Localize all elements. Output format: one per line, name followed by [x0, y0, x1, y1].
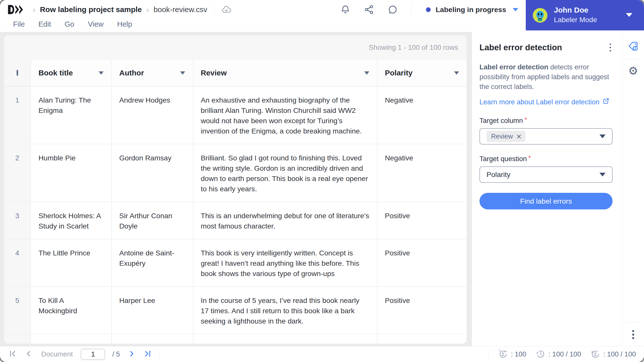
target-column-select[interactable]: Review — [479, 128, 613, 145]
column-header-book-title[interactable]: Book title — [38, 69, 104, 77]
chip-remove-icon[interactable] — [516, 133, 522, 140]
document-pager: Document / 5 — [8, 349, 159, 360]
table-row[interactable]: 3 Sherlock Holmes: A Study in Scarlet Si… — [4, 202, 467, 239]
breadcrumb-file[interactable]: book-review.csv — [153, 5, 207, 14]
table-row[interactable]: 6 The Remains of The Kazuo Ishiguro This… — [4, 334, 467, 344]
learn-more-link[interactable]: Learn more about Label error detection — [479, 98, 613, 106]
table-row[interactable]: 2 Humble Pie Gordon Ramsay Brilliant. So… — [4, 144, 467, 202]
settings-gear-icon[interactable]: ⚙ — [628, 65, 638, 76]
page-number-input[interactable] — [81, 349, 105, 360]
user-panel[interactable]: John Doe Labeler Mode — [526, 0, 644, 30]
share-icon[interactable] — [364, 4, 374, 15]
filter-dropdown-icon[interactable] — [364, 71, 369, 75]
breadcrumb-project[interactable]: Row labeling project sample — [40, 5, 142, 14]
column-header-review[interactable]: Review — [201, 69, 369, 77]
footer-stats: Σ T : 100 : 100 / 100 Σ : 10 — [489, 349, 636, 359]
divider — [626, 322, 640, 323]
filter-dropdown-icon[interactable] — [180, 71, 185, 75]
user-meta: John Doe Labeler Mode — [554, 5, 597, 25]
cell-author: Harper Lee — [111, 287, 193, 334]
menu-go[interactable]: Go — [65, 20, 74, 28]
table-row[interactable]: 5 To Kill A Mockingbird Harper Lee In th… — [4, 287, 467, 334]
table-row[interactable]: 1 Alan Turing: The Enigma Andrew Hodges … — [4, 86, 467, 144]
last-page-icon[interactable] — [143, 349, 152, 359]
menu-help[interactable]: Help — [117, 20, 132, 28]
first-page-icon[interactable] — [8, 349, 17, 359]
divider — [411, 4, 411, 15]
row-count-status: Showing 1 - 100 of 100 rows — [369, 43, 458, 52]
cell-polarity: Positive — [377, 202, 467, 239]
row-number: 6 — [4, 334, 31, 344]
topbar-actions: Labeling in progress — [340, 0, 518, 19]
selected-column-chip: Review — [487, 131, 526, 142]
label-error-detection-panel: Label error detection Label error detect… — [472, 32, 622, 346]
table-toolbar: Showing 1 - 100 of 100 rows — [4, 35, 467, 60]
cloud-sync-check-icon — [221, 4, 232, 15]
rail-bottom — [626, 316, 640, 341]
find-label-errors-button[interactable]: Find label errors — [479, 193, 613, 209]
chevron-down-icon — [599, 173, 606, 176]
required-asterisk: * — [528, 154, 531, 162]
row-number: 4 — [4, 239, 31, 287]
menu-bar: File Edit Go View Help — [0, 18, 132, 31]
status-dropdown[interactable]: Labeling in progress — [426, 6, 518, 14]
breadcrumb-sep-icon: › — [33, 6, 35, 14]
column-header-author[interactable]: Author — [119, 69, 185, 77]
target-question-select[interactable]: Polarity — [479, 166, 613, 183]
main-canvas: Showing 1 - 100 of 100 rows Book title A… — [0, 32, 472, 346]
row-number: 5 — [4, 287, 31, 334]
svg-text:T: T — [499, 349, 501, 352]
cell-polarity: Positive — [377, 239, 467, 287]
datasaur-logo-icon[interactable] — [8, 4, 23, 15]
chevron-down-icon — [626, 13, 632, 17]
token-count-stat: Σ T : 100 — [498, 349, 526, 359]
divider — [214, 4, 215, 15]
cell-review: Brilliant. So glad I got round to finish… — [193, 144, 377, 202]
panel-kebab-menu-icon[interactable] — [608, 42, 613, 53]
cell-book-title: Humble Pie — [31, 144, 111, 202]
table-header-row: Book title Author Review Polarity — [4, 60, 467, 86]
time-progress-stat: : 100 / 100 — [536, 349, 581, 359]
app-window: › Row labeling project sample › book-rev… — [0, 0, 644, 362]
menu-view[interactable]: View — [88, 20, 103, 28]
history-clock-icon — [536, 349, 545, 359]
page-total: / 5 — [112, 350, 120, 358]
cell-author: Antoine de Saint-Exupéry — [111, 239, 193, 287]
more-options-kebab-icon[interactable] — [631, 329, 636, 341]
row-sum-icon: Σ — [591, 349, 600, 359]
cell-polarity: Positive — [377, 287, 467, 334]
cell-polarity: Positive — [377, 334, 467, 344]
label-error-detection-tab-icon[interactable] — [627, 40, 639, 53]
comment-icon[interactable] — [387, 4, 398, 15]
menu-edit[interactable]: Edit — [38, 20, 51, 28]
filter-dropdown-icon[interactable] — [99, 71, 104, 75]
status-dot-icon — [426, 7, 431, 12]
status-label: Labeling in progress — [436, 6, 506, 14]
previous-page-icon[interactable] — [24, 349, 33, 359]
menu-file[interactable]: File — [13, 20, 25, 28]
chevron-down-icon — [513, 8, 518, 11]
notifications-bell-icon[interactable] — [340, 4, 351, 15]
select-all-checkbox[interactable] — [17, 70, 18, 76]
row-number: 2 — [4, 144, 31, 202]
column-header-polarity[interactable]: Polarity — [385, 69, 459, 77]
cell-review: In the course of 5 years, I’ve read this… — [193, 287, 377, 334]
data-table-card: Showing 1 - 100 of 100 rows Book title A… — [4, 35, 467, 344]
data-table: Book title Author Review Polarity 1 Alan… — [4, 60, 467, 344]
svg-text:Σ: Σ — [594, 352, 597, 357]
divider — [626, 59, 640, 59]
cell-author: Gordon Ramsay — [111, 144, 193, 202]
svg-text:Σ: Σ — [502, 352, 504, 357]
next-page-icon[interactable] — [127, 349, 136, 359]
filter-dropdown-icon[interactable] — [454, 71, 459, 75]
document-label: Document — [41, 350, 73, 358]
target-question-label: Target question* — [479, 154, 613, 163]
panel-title: Label error detection — [479, 43, 562, 52]
user-mode: Labeler Mode — [554, 15, 597, 25]
table-row[interactable]: 4 The Little Prince Antoine de Saint-Exu… — [4, 239, 467, 287]
panel-description: Label error detection detects error poss… — [479, 62, 613, 92]
cell-book-title: The Little Prince — [31, 239, 111, 287]
breadcrumb-sep-icon: › — [146, 6, 149, 14]
top-bar: › Row labeling project sample › book-rev… — [0, 0, 644, 32]
cell-book-title: Sherlock Holmes: A Study in Scarlet — [31, 202, 111, 239]
